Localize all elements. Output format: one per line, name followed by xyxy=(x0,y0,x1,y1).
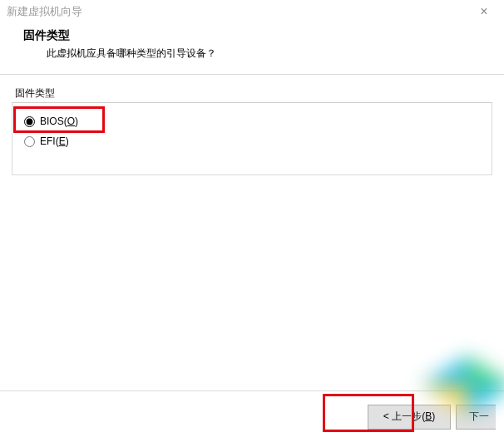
header-separator xyxy=(0,74,504,75)
back-button[interactable]: < 上一步(B) xyxy=(368,405,451,430)
radio-option-bios[interactable]: BIOS(O) xyxy=(22,111,482,131)
wizard-header: 固件类型 此虚拟机应具备哪种类型的引导设备？ xyxy=(0,23,504,71)
radio-efi-label[interactable]: EFI(E) xyxy=(40,135,69,147)
radio-bios-label[interactable]: BIOS(O) xyxy=(40,115,78,127)
svg-marker-1 xyxy=(467,356,504,386)
radio-bios[interactable] xyxy=(24,116,35,127)
page-subtitle: 此虚拟机应具备哪种类型的引导设备？ xyxy=(23,43,491,61)
window-title: 新建虚拟机向导 xyxy=(7,4,82,19)
wizard-footer: < 上一步(B) 下一 xyxy=(0,390,504,442)
next-button[interactable]: 下一 xyxy=(456,405,496,430)
title-bar: 新建虚拟机向导 × xyxy=(0,0,504,23)
firmware-group: BIOS(O) EFI(E) xyxy=(12,102,492,175)
radio-option-efi[interactable]: EFI(E) xyxy=(22,131,482,151)
radio-efi[interactable] xyxy=(24,136,35,147)
firmware-group-label: 固件类型 xyxy=(15,86,492,101)
wizard-body: 固件类型 BIOS(O) EFI(E) xyxy=(0,81,504,175)
close-icon[interactable]: × xyxy=(467,0,501,23)
page-title: 固件类型 xyxy=(23,28,491,43)
